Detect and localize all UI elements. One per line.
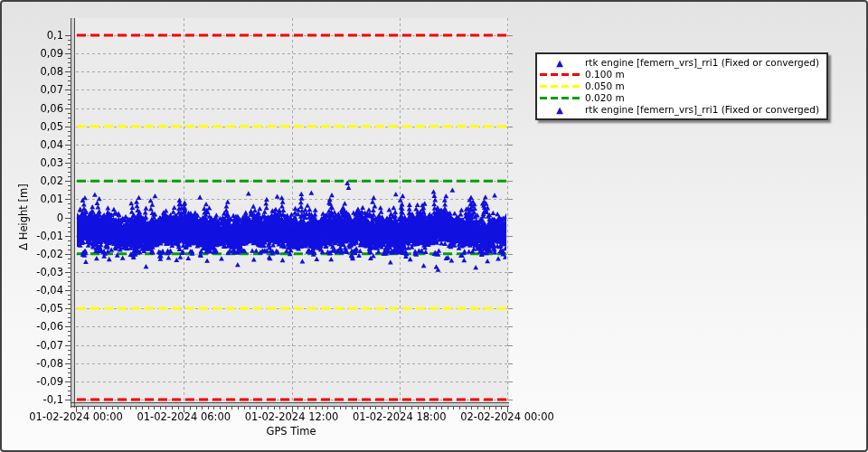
legend-entry: ▲rtk engine [femern_vrs]_rri1 (Fixed or … — [539, 57, 819, 69]
legend-entry: 0.050 m — [539, 80, 819, 92]
x-tick-label: 02-02-2024 00:00 — [448, 410, 566, 423]
y-tick-label: -0,04 — [16, 284, 63, 297]
x-tick-label: 01-02-2024 18:00 — [341, 410, 458, 423]
dashed-line-marker-icon — [540, 97, 580, 99]
y-tick-label: -0,08 — [16, 357, 63, 370]
legend-entry-label: rtk engine [femern_vrs]_rri1 (Fixed or c… — [585, 57, 819, 69]
x-tick-label: 01-02-2024 00:00 — [17, 410, 135, 423]
y-tick-label: 0,04 — [16, 138, 63, 151]
x-tick-label: 01-02-2024 06:00 — [125, 410, 242, 423]
y-tick-label: 0,05 — [16, 120, 63, 133]
legend-entry-label: 0.020 m — [585, 92, 625, 104]
y-tick-label: 0,07 — [16, 83, 63, 96]
y-tick-label: 0,06 — [16, 102, 63, 115]
chart-frame: 0,10,090,080,070,060,050,040,030,020,010… — [0, 0, 868, 452]
legend-marker-triangle: ▲ — [539, 106, 580, 115]
y-tick-label: -0,05 — [16, 302, 63, 315]
triangle-marker-icon: ▲ — [556, 106, 563, 115]
legend-entry: 0.020 m — [539, 92, 819, 104]
x-tick-label: 01-02-2024 12:00 — [233, 410, 351, 423]
legend-marker-dash — [539, 85, 580, 88]
y-tick-label: -0,03 — [16, 266, 63, 278]
y-tick-label: 0,09 — [16, 47, 63, 60]
y-tick-label: -0,1 — [16, 393, 63, 406]
legend-marker-dash — [539, 97, 580, 99]
y-tick-label: -0,06 — [16, 320, 63, 333]
y-axis-title: Δ Height [m] — [17, 184, 30, 250]
legend-entry-label: 0.050 m — [585, 80, 625, 92]
y-tick-label: -0,09 — [16, 375, 63, 388]
legend-entry-label: 0.100 m — [585, 69, 625, 80]
legend-box: ▲rtk engine [femern_vrs]_rri1 (Fixed or … — [535, 52, 828, 120]
dashed-line-marker-icon — [540, 85, 580, 88]
legend-entry: 0.100 m — [539, 69, 819, 80]
dashed-line-marker-icon — [540, 73, 580, 76]
triangle-marker-icon: ▲ — [556, 59, 563, 68]
x-axis-title: GPS Time — [267, 425, 316, 438]
y-tick-label: 0,08 — [16, 65, 63, 78]
y-tick-label: -0,07 — [16, 339, 63, 352]
legend-entry: ▲rtk engine [femern_vrs]_rri1 (Fixed or … — [539, 104, 819, 116]
y-tick-label: 0,03 — [16, 156, 63, 169]
legend-entry-label: rtk engine [femern_vrs]_rri1 (Fixed or c… — [585, 104, 819, 116]
legend-marker-triangle: ▲ — [539, 59, 580, 68]
legend-marker-dash — [539, 73, 580, 76]
y-tick-label: 0,1 — [16, 29, 63, 42]
